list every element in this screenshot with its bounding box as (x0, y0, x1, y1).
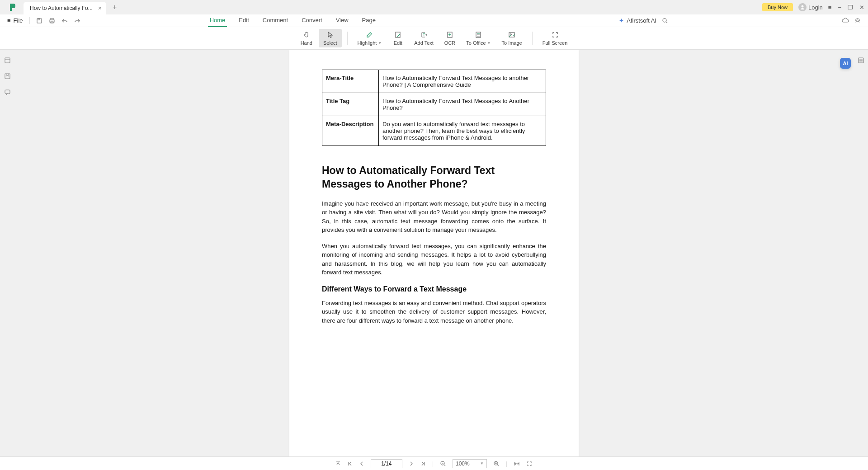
select-tool[interactable]: Select (319, 29, 342, 47)
separator (347, 32, 348, 45)
to-office-label: To Office (466, 40, 486, 46)
ai-label: Afirstsoft AI (627, 17, 656, 24)
first-page-icon[interactable] (347, 461, 353, 466)
to-image-label: To Image (501, 40, 522, 46)
add-text-tool[interactable]: T Add Text (410, 29, 438, 47)
prev-page-icon[interactable] (359, 461, 364, 466)
edit-label: Edit (394, 40, 402, 46)
properties-panel-icon[interactable] (858, 57, 864, 64)
add-text-label: Add Text (414, 40, 434, 46)
edit-doc-icon (394, 31, 401, 39)
ai-badge-label: AI (843, 61, 848, 66)
hand-label: Hand (301, 40, 312, 46)
hand-tool[interactable]: Hand (296, 29, 317, 47)
document-viewport[interactable]: Mera-Title How to Automatically Forward … (14, 50, 854, 456)
sparkle-icon: ✦ (619, 17, 624, 24)
login-label: Login (808, 4, 823, 11)
ai-assistant-button[interactable]: ✦ Afirstsoft AI (619, 17, 656, 24)
document-heading-1: How to Automatically Forward Text Messag… (322, 164, 546, 191)
close-window-icon[interactable]: ✕ (859, 4, 864, 11)
highlight-tool[interactable]: Highlight ▼ (353, 29, 387, 47)
fullscreen-icon (552, 31, 559, 39)
minimize-icon[interactable]: − (838, 4, 841, 11)
fit-page-icon[interactable] (526, 461, 533, 467)
new-tab-button[interactable]: + (113, 3, 117, 11)
ocr-icon (446, 31, 453, 39)
svg-rect-20 (5, 90, 10, 94)
pencil-icon (366, 31, 373, 39)
full-screen-label: Full Screen (542, 40, 568, 46)
table-cell-label: Title Tag (322, 93, 379, 116)
table-cell-label: Meta-Description (322, 116, 379, 146)
tab-edit[interactable]: Edit (237, 15, 250, 26)
document-tab[interactable]: How to Automatically Fo... × (24, 2, 106, 14)
table-row: Meta-Description Do you want to automati… (322, 116, 546, 146)
full-screen-tool[interactable]: Full Screen (538, 29, 572, 47)
thumbnail-panel-icon[interactable] (4, 57, 11, 64)
next-page-icon[interactable] (409, 461, 414, 466)
ai-floating-badge[interactable]: AI (840, 58, 851, 69)
to-image-tool[interactable]: To Image (497, 29, 526, 47)
hamburger-menu-icon[interactable]: ≡ (828, 4, 832, 11)
zoom-out-icon[interactable] (440, 461, 446, 467)
tab-comment[interactable]: Comment (261, 15, 290, 26)
to-office-tool[interactable]: To Office ▼ (462, 29, 495, 47)
office-icon (475, 31, 482, 39)
zoom-value: 100% (456, 461, 470, 467)
print-icon[interactable] (49, 18, 55, 24)
expand-icon[interactable] (854, 18, 861, 24)
ocr-tool[interactable]: OCR (440, 29, 460, 47)
separator (532, 32, 533, 45)
table-cell-value: How to Automatically Forward Text Messag… (379, 70, 546, 93)
image-icon (508, 31, 515, 39)
svg-line-34 (497, 465, 499, 466)
svg-point-6 (663, 19, 666, 22)
tab-home[interactable]: Home (208, 15, 227, 26)
hamburger-icon: ≡ (7, 17, 11, 24)
tab-convert[interactable]: Convert (300, 15, 324, 26)
app-logo (7, 2, 18, 13)
hand-icon (303, 31, 310, 39)
close-tab-icon[interactable]: × (97, 5, 103, 12)
document-paragraph: Imagine you have received an important w… (322, 199, 546, 235)
tab-title: How to Automatically Fo... (30, 5, 93, 11)
ocr-label: OCR (444, 40, 455, 46)
document-paragraph: When you automatically forward text mess… (322, 242, 546, 277)
pdf-page: Mera-Title How to Automatically Forward … (289, 50, 579, 456)
select-label: Select (323, 40, 337, 46)
tab-page[interactable]: Page (360, 15, 377, 26)
undo-icon[interactable] (61, 18, 68, 24)
separator: | (432, 461, 434, 467)
login-button[interactable]: Login (798, 3, 823, 11)
edit-tool[interactable]: Edit (388, 29, 408, 47)
zoom-in-icon[interactable] (493, 461, 500, 467)
search-icon[interactable] (662, 18, 668, 24)
fit-width-icon[interactable] (514, 461, 520, 466)
comment-panel-icon[interactable] (4, 89, 11, 95)
meta-table: Mera-Title How to Automatically Forward … (322, 70, 546, 146)
table-cell-value: Do you want to automatically forward tex… (379, 116, 546, 146)
file-menu-label: File (14, 17, 23, 24)
tab-view[interactable]: View (334, 15, 350, 26)
add-text-icon: T (420, 31, 428, 39)
table-row: Title Tag How to Automatically Forward T… (322, 93, 546, 116)
redo-icon[interactable] (74, 18, 80, 24)
bookmark-panel-icon[interactable] (4, 73, 11, 80)
table-cell-label: Mera-Title (322, 70, 379, 93)
table-row: Mera-Title How to Automatically Forward … (322, 70, 546, 93)
document-heading-2: Different Ways to Forward a Text Message (322, 285, 546, 293)
zoom-select[interactable]: 100% ▼ (453, 459, 487, 468)
svg-rect-17 (5, 58, 10, 63)
file-menu[interactable]: ≡ File (7, 17, 30, 24)
cloud-icon[interactable] (842, 18, 849, 24)
page-number-input[interactable] (371, 459, 402, 468)
save-icon[interactable] (36, 18, 42, 24)
document-paragraph: Forwarding text messages is an easy and … (322, 299, 546, 325)
svg-rect-2 (38, 19, 40, 20)
scroll-top-icon[interactable] (335, 461, 341, 466)
cursor-icon (326, 31, 334, 39)
last-page-icon[interactable] (420, 461, 426, 466)
table-cell-value: How to Automatically Forward Text Messag… (379, 93, 546, 116)
restore-icon[interactable]: ❐ (848, 4, 853, 11)
buy-now-button[interactable]: Buy Now (762, 3, 793, 11)
